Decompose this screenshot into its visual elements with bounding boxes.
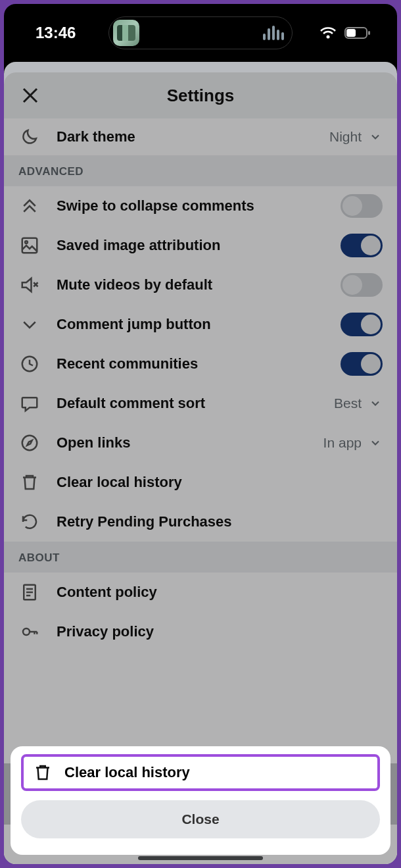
settings-sheet: Settings Dark theme Night ADVANCED Swi	[4, 62, 397, 864]
image-icon	[18, 234, 41, 257]
close-icon[interactable]	[18, 84, 42, 107]
section-header-advanced: ADVANCED	[4, 155, 397, 186]
row-label: Default comment sort	[57, 395, 334, 412]
chevron-double-up-icon	[18, 195, 41, 217]
row-label: Saved image attribution	[57, 237, 341, 254]
row-mute-videos[interactable]: Mute videos by default	[4, 265, 397, 305]
action-sheet: Clear local history Close	[11, 746, 390, 855]
svg-rect-2	[346, 29, 356, 37]
close-button[interactable]: Close	[21, 800, 380, 838]
row-value: In app	[323, 435, 362, 451]
chevron-down-icon	[368, 436, 383, 450]
page-title: Settings	[167, 86, 235, 106]
trash-icon	[32, 761, 54, 784]
svg-marker-8	[22, 278, 32, 292]
action-clear-local-history[interactable]: Clear local history	[21, 754, 380, 791]
status-bar: 13:46	[4, 4, 397, 62]
row-label: Recent communities	[57, 355, 341, 372]
row-label: Comment jump button	[57, 316, 341, 333]
close-button-label: Close	[181, 811, 219, 827]
svg-rect-3	[368, 31, 370, 35]
row-value: Best	[334, 396, 362, 411]
row-value: Night	[329, 129, 362, 145]
dynamic-island	[108, 16, 293, 49]
section-header-about: ABOUT	[4, 542, 397, 573]
compass-icon	[18, 432, 41, 454]
document-icon	[18, 581, 41, 603]
row-dark-theme[interactable]: Dark theme Night	[4, 118, 397, 155]
settings-header: Settings	[4, 72, 397, 118]
key-icon	[18, 621, 41, 643]
svg-point-12	[22, 436, 37, 451]
row-clear-local-history[interactable]: Clear local history	[4, 463, 397, 502]
row-label: Dark theme	[57, 128, 329, 145]
status-clock: 13:46	[35, 24, 76, 42]
row-label: Swipe to collapse comments	[57, 197, 341, 215]
row-label: Retry Pending Purchases	[57, 513, 383, 530]
home-indicator[interactable]	[138, 856, 263, 860]
row-label: Clear local history	[57, 474, 383, 491]
toggle-swipe-collapse[interactable]	[341, 194, 383, 218]
audio-waveform-icon	[263, 26, 284, 40]
comment-icon	[18, 392, 41, 415]
row-open-links[interactable]: Open links In app	[4, 423, 397, 463]
toggle-mute-videos[interactable]	[341, 273, 383, 297]
svg-point-7	[25, 241, 28, 243]
svg-point-0	[327, 36, 330, 39]
row-label: Privacy policy	[57, 623, 383, 640]
row-swipe-collapse[interactable]: Swipe to collapse comments	[4, 186, 397, 226]
row-saved-image-attribution[interactable]: Saved image attribution	[4, 226, 397, 265]
moon-icon	[18, 126, 41, 148]
row-comment-jump[interactable]: Comment jump button	[4, 305, 397, 344]
chevron-down-icon	[18, 313, 41, 336]
row-retry-purchases[interactable]: Retry Pending Purchases	[4, 502, 397, 542]
row-label: Content policy	[57, 584, 383, 601]
row-label: Open links	[57, 434, 323, 451]
clock-icon	[18, 353, 41, 375]
toggle-recent-communities[interactable]	[341, 352, 383, 376]
toggle-saved-attribution[interactable]	[341, 234, 383, 257]
now-playing-app-icon	[113, 20, 139, 46]
row-default-comment-sort[interactable]: Default comment sort Best	[4, 384, 397, 423]
chevron-down-icon	[368, 130, 383, 144]
battery-icon	[344, 26, 371, 39]
toggle-comment-jump[interactable]	[341, 313, 383, 336]
action-label: Clear local history	[64, 764, 369, 781]
row-content-policy[interactable]: Content policy	[4, 573, 397, 612]
row-recent-communities[interactable]: Recent communities	[4, 344, 397, 384]
reload-icon	[18, 511, 41, 533]
chevron-down-icon	[368, 396, 383, 411]
row-privacy-policy[interactable]: Privacy policy	[4, 612, 397, 651]
row-label: Mute videos by default	[57, 276, 341, 294]
svg-rect-6	[22, 238, 37, 253]
wifi-icon	[319, 26, 337, 39]
svg-marker-13	[27, 440, 32, 446]
speaker-mute-icon	[18, 274, 41, 296]
svg-point-18	[23, 628, 30, 635]
trash-icon	[18, 471, 41, 494]
